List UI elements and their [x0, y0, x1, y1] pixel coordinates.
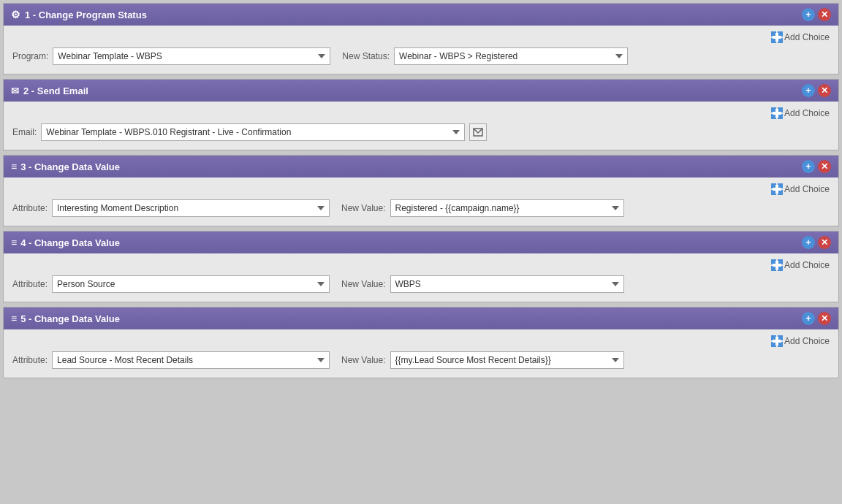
step-2-close-btn[interactable]: ✕ [818, 84, 831, 97]
svg-rect-16 [778, 190, 783, 195]
step-3-title-text: 3 - Change Data Value [20, 161, 120, 172]
step-4-add-choice-text: Add Choice [784, 260, 830, 270]
step-3-attribute-label: Attribute: [12, 203, 48, 213]
step-2-add-choice-link[interactable]: Add Choice [771, 107, 830, 119]
step-2-add-btn[interactable]: + [802, 84, 815, 97]
step-1-form-row: Program: Webinar Template - WBPS New Sta… [12, 47, 830, 65]
step-4-add-btn[interactable]: + [802, 236, 815, 249]
step-4-controls: + ✕ [802, 236, 831, 249]
step-5-add-choice-link[interactable]: Add Choice [771, 335, 830, 347]
step-4-block: ≡ 4 - Change Data Value + ✕ [3, 231, 839, 302]
step-5-close-btn[interactable]: ✕ [818, 312, 831, 325]
svg-rect-2 [771, 38, 776, 43]
step-2-title-text: 2 - Send Email [23, 85, 88, 96]
step-5-value-label: New Value: [341, 355, 385, 365]
step-4-value-label: New Value: [341, 279, 385, 289]
step-5-attribute-label: Attribute: [12, 355, 48, 365]
step-2-add-choice-text: Add Choice [784, 108, 830, 118]
step-3-close-btn[interactable]: ✕ [818, 160, 831, 173]
step-1-header: ⚙ 1 - Change Program Status + ✕ [4, 4, 838, 26]
svg-rect-22 [778, 266, 783, 271]
step-1-title-text: 1 - Change Program Status [25, 9, 147, 20]
svg-rect-0 [771, 31, 776, 37]
step-4-attribute-label: Attribute: [12, 279, 48, 289]
step-3-icon: ≡ [11, 161, 16, 172]
step-1-add-choice-row: Add Choice [12, 31, 830, 43]
svg-rect-1 [778, 31, 783, 37]
step-4-close-btn[interactable]: ✕ [818, 236, 831, 249]
step-5-title: ≡ 5 - Change Data Value [11, 313, 120, 324]
svg-rect-21 [771, 266, 776, 271]
step-2-icon: ✉ [11, 85, 19, 96]
svg-rect-9 [778, 114, 783, 119]
step-1-add-choice-link[interactable]: Add Choice [771, 31, 830, 43]
step-1-add-choice-icon [771, 31, 783, 43]
main-container: ⚙ 1 - Change Program Status + ✕ [0, 0, 842, 386]
step-3-add-choice-link[interactable]: Add Choice [771, 183, 830, 195]
program-select[interactable]: Webinar Template - WBPS [53, 47, 330, 65]
attribute-select-5[interactable]: Lead Source - Most Recent Details [52, 351, 330, 369]
step-4-icon: ≡ [11, 237, 16, 248]
new-status-select[interactable]: Webinar - WBPS > Registered [394, 47, 628, 65]
step-2-add-choice-icon [771, 107, 783, 119]
step-3-header: ≡ 3 - Change Data Value + ✕ [4, 156, 838, 177]
svg-rect-18 [773, 188, 781, 191]
svg-rect-24 [773, 264, 781, 267]
svg-rect-3 [778, 38, 783, 43]
step-3-add-btn[interactable]: + [802, 160, 815, 173]
svg-rect-5 [773, 36, 781, 39]
svg-rect-14 [778, 183, 783, 188]
svg-rect-13 [771, 183, 776, 188]
svg-rect-7 [778, 107, 783, 112]
step-2-controls: + ✕ [802, 84, 831, 97]
step-5-controls: + ✕ [802, 312, 831, 325]
step-3-value-group: New Value: Registered - {{campaign.name}… [341, 199, 623, 217]
svg-rect-26 [778, 335, 783, 340]
step-4-form-row: Attribute: Person Source New Value: WBPS [12, 275, 830, 293]
svg-rect-8 [771, 114, 776, 119]
step-1-status-label: New Status: [342, 51, 390, 61]
step-3-attribute-group: Attribute: Interesting Moment Descriptio… [12, 199, 330, 217]
step-1-body: Add Choice Program: Webinar Template - W… [4, 26, 838, 74]
email-select[interactable]: Webinar Template - WBPS.010 Registrant -… [41, 123, 465, 141]
step-2-form-row: Email: Webinar Template - WBPS.010 Regis… [12, 123, 830, 141]
step-1-add-choice-text: Add Choice [784, 32, 830, 42]
step-3-body: Add Choice Attribute: Interesting Moment… [4, 177, 838, 226]
attribute-select-3[interactable]: Interesting Moment Description [52, 199, 330, 217]
step-3-title: ≡ 3 - Change Data Value [11, 161, 120, 172]
step-1-block: ⚙ 1 - Change Program Status + ✕ [3, 3, 839, 75]
step-5-value-group: New Value: {{my.Lead Source Most Recent … [341, 351, 623, 369]
step-5-attribute-group: Attribute: Lead Source - Most Recent Det… [12, 351, 330, 369]
step-4-attribute-group: Attribute: Person Source [12, 275, 330, 293]
step-3-add-choice-icon [771, 183, 783, 195]
email-preview-btn[interactable] [469, 123, 487, 141]
step-1-add-btn[interactable]: + [802, 8, 815, 21]
step-1-close-btn[interactable]: ✕ [818, 8, 831, 21]
step-5-add-choice-icon [771, 335, 783, 347]
step-5-add-btn[interactable]: + [802, 312, 815, 325]
svg-rect-15 [771, 190, 776, 195]
step-3-add-choice-row: Add Choice [12, 183, 830, 195]
step-1-program-label: Program: [12, 51, 48, 61]
step-5-header: ≡ 5 - Change Data Value + ✕ [4, 308, 838, 329]
step-3-block: ≡ 3 - Change Data Value + ✕ [3, 155, 839, 226]
step-5-add-choice-row: Add Choice [12, 335, 830, 347]
new-value-select-4[interactable]: WBPS [390, 275, 624, 293]
new-value-select-3[interactable]: Registered - {{campaign.name}} [390, 199, 624, 217]
step-5-body: Add Choice Attribute: Lead Source - Most… [4, 329, 838, 378]
step-4-body: Add Choice Attribute: Person Source New … [4, 253, 838, 302]
step-4-add-choice-link[interactable]: Add Choice [771, 259, 830, 271]
step-2-body: Add Choice Email: Webinar Template - WBP… [4, 102, 838, 150]
step-4-header: ≡ 4 - Change Data Value + ✕ [4, 232, 838, 253]
step-4-add-choice-icon [771, 259, 783, 271]
step-3-value-label: New Value: [341, 203, 385, 213]
step-5-title-text: 5 - Change Data Value [20, 313, 120, 324]
new-value-select-5[interactable]: {{my.Lead Source Most Recent Details}} [390, 351, 624, 369]
step-2-email-group: Email: Webinar Template - WBPS.010 Regis… [12, 123, 487, 141]
step-2-title: ✉ 2 - Send Email [11, 85, 88, 96]
step-2-header: ✉ 2 - Send Email + ✕ [4, 80, 838, 102]
attribute-select-4[interactable]: Person Source [52, 275, 330, 293]
step-3-form-row: Attribute: Interesting Moment Descriptio… [12, 199, 830, 217]
step-3-add-choice-text: Add Choice [784, 184, 830, 194]
step-5-add-choice-text: Add Choice [784, 336, 830, 346]
